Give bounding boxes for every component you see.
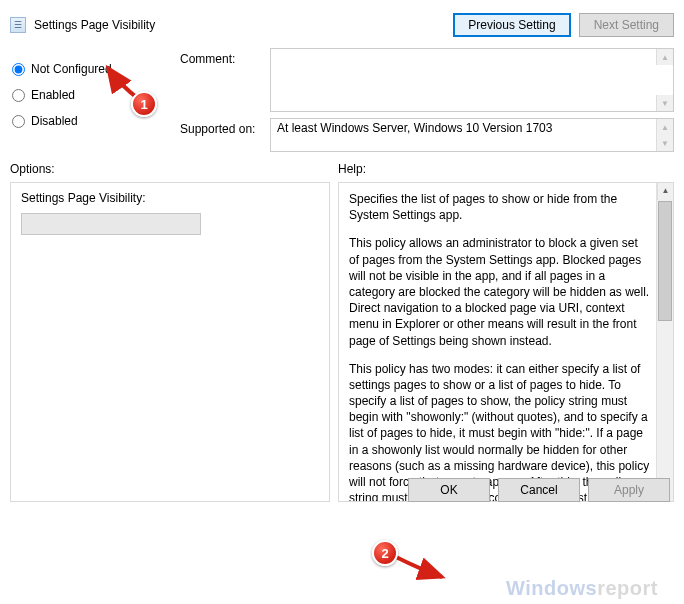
annotation-callout-2: 2 [372, 540, 398, 566]
ok-button[interactable]: OK [408, 478, 490, 502]
radio-not-configured-label: Not Configured [31, 62, 112, 76]
watermark-part1: indows [525, 577, 597, 599]
watermark-part2: report [597, 577, 658, 599]
scroll-down-icon: ▼ [656, 135, 673, 151]
radio-enabled-input[interactable] [12, 89, 25, 102]
cancel-button[interactable]: Cancel [498, 478, 580, 502]
radio-enabled[interactable]: Enabled [10, 82, 170, 108]
radio-disabled[interactable]: Disabled [10, 108, 170, 134]
policy-icon: ☰ [10, 17, 26, 33]
scroll-thumb[interactable] [658, 201, 672, 321]
help-paragraph: Specifies the list of pages to show or h… [349, 191, 651, 223]
scroll-down-icon: ▼ [656, 95, 673, 111]
annotation-number: 2 [372, 540, 398, 566]
scroll-up-icon: ▲ [656, 119, 673, 135]
next-setting-button[interactable]: Next Setting [579, 13, 674, 37]
previous-setting-button[interactable]: Previous Setting [453, 13, 570, 37]
scroll-track[interactable] [657, 322, 673, 484]
radio-disabled-input[interactable] [12, 115, 25, 128]
option-item-input[interactable] [21, 213, 201, 235]
help-paragraph: This policy allows an administrator to b… [349, 235, 651, 348]
options-heading: Options: [10, 162, 330, 180]
scroll-up-icon[interactable]: ▲ [657, 183, 673, 200]
supported-on-value: At least Windows Server, Windows 10 Vers… [277, 121, 552, 135]
help-scrollbar[interactable]: ▲ ▼ [656, 183, 673, 501]
radio-enabled-label: Enabled [31, 88, 75, 102]
watermark: Windowsreport [506, 577, 658, 600]
apply-button[interactable]: Apply [588, 478, 670, 502]
options-panel: Settings Page Visibility: [10, 182, 330, 502]
scroll-up-icon: ▲ [656, 49, 673, 65]
comment-textarea[interactable]: ▲ ▼ [270, 48, 674, 112]
radio-not-configured[interactable]: Not Configured [10, 56, 170, 82]
supported-on-label: Supported on: [180, 118, 264, 152]
help-panel: Specifies the list of pages to show or h… [338, 182, 674, 502]
watermark-w: W [506, 577, 525, 599]
annotation-arrow-icon [390, 551, 450, 591]
option-item-label: Settings Page Visibility: [21, 191, 319, 205]
radio-not-configured-input[interactable] [12, 63, 25, 76]
help-heading: Help: [338, 162, 674, 180]
comment-label: Comment: [180, 48, 264, 112]
window-title: Settings Page Visibility [34, 18, 155, 32]
radio-disabled-label: Disabled [31, 114, 78, 128]
supported-on-box: At least Windows Server, Windows 10 Vers… [270, 118, 674, 152]
